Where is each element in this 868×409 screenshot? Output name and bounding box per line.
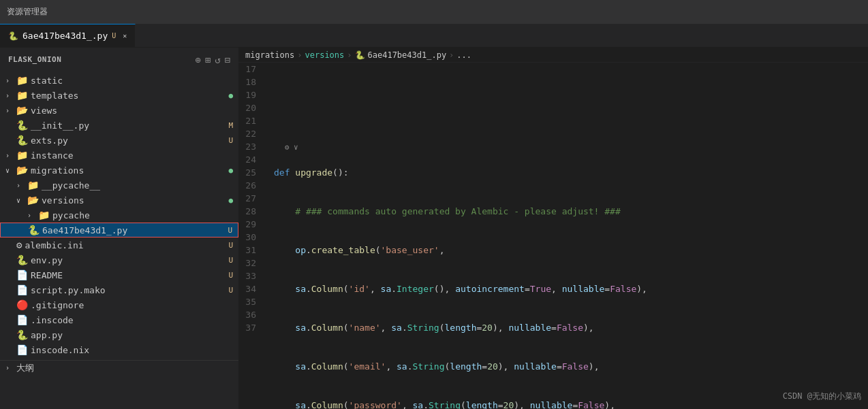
arrow-icon: › <box>16 182 27 189</box>
tree-label: templates <box>31 91 228 101</box>
tree-item-inscode-nix[interactable]: 📄 inscode.nix <box>0 342 238 357</box>
fold-icon[interactable]: ⚙ ∨ <box>285 141 298 154</box>
tree-item-outline[interactable]: › 大纲 <box>0 360 238 375</box>
code-line-17 <box>274 88 868 101</box>
tree-label: instance <box>31 150 238 161</box>
code-line-23: sa.Column('name', sa.String(length=20), … <box>274 321 868 334</box>
sidebar-content[interactable]: › 📁 static › 📁 templates ● › 📂 views 🐍 <box>0 71 238 409</box>
tree-label: app.py <box>31 330 238 340</box>
titlebar-text: 资源管理器 <box>7 6 48 18</box>
sidebar: FLASK_ONION ⊕ ⊞ ↺ ⊟ › 📁 static › 📁 templ… <box>0 48 238 409</box>
python-icon: 🐍 <box>28 225 40 235</box>
tree-label: versions <box>42 195 228 206</box>
tree-item-app[interactable]: 🐍 app.py <box>0 327 238 342</box>
breadcrumb-dots: ... <box>456 50 471 60</box>
tree-item-readme[interactable]: 📄 README U <box>0 267 238 282</box>
tree-item-alembic[interactable]: ⚙ alembic.ini U <box>0 238 238 252</box>
badge: ● <box>228 166 238 175</box>
new-folder-icon[interactable]: ⊞ <box>205 54 211 65</box>
sidebar-header: FLASK_ONION ⊕ ⊞ ↺ ⊟ <box>0 48 238 71</box>
tree-item-instance[interactable]: › 📁 instance <box>0 148 238 163</box>
tree-label: __init__.py <box>31 120 228 131</box>
tree-item-pycache[interactable]: › 📁 __pycache__ <box>0 178 238 193</box>
tree-label: .inscode <box>31 315 238 325</box>
sidebar-title: FLASK_ONION <box>8 55 61 64</box>
tree-label: .gitignore <box>31 300 238 310</box>
tree-item-migrations[interactable]: ∨ 📂 migrations ● <box>0 163 238 178</box>
code-line-19: def upgrade(): <box>274 166 868 179</box>
breadcrumb-file-icon: 🐍 <box>355 50 365 60</box>
tree-label: alembic.ini <box>25 240 228 250</box>
code-area[interactable]: 17 18 19 20 21 22 23 24 25 26 27 28 29 3… <box>238 63 868 409</box>
python-icon: 🐍 <box>16 120 28 131</box>
folder-icon: 📂 <box>16 165 28 176</box>
code-line-21: op.create_table('base_user', <box>274 244 868 257</box>
tree-label: README <box>31 270 228 280</box>
tree-item-static[interactable]: › 📁 static <box>0 73 238 88</box>
tree-label: __pycache__ <box>42 180 238 191</box>
modified-badge: U <box>228 271 238 280</box>
code-line-24: sa.Column('email', sa.String(length=20),… <box>274 360 868 373</box>
breadcrumb-migrations[interactable]: migrations <box>245 50 294 60</box>
tree-item-inscode[interactable]: 📄 .inscode <box>0 312 238 327</box>
file-icon: 📄 <box>16 314 28 325</box>
python-icon: 🐍 <box>16 135 28 146</box>
breadcrumb-bar: migrations › versions › 🐍 6ae417be43d1_.… <box>238 48 868 63</box>
folder-icon: 📁 <box>16 90 28 101</box>
gear-icon: ⚙ <box>16 240 22 250</box>
folder-icon: 📁 <box>16 150 28 161</box>
tree-label: exts.py <box>31 135 228 146</box>
titlebar: 资源管理器 <box>0 0 868 24</box>
tree-item-versions[interactable]: ∨ 📂 versions ● <box>0 193 238 208</box>
code-line-22: sa.Column('id', sa.Integer(), autoincrem… <box>274 282 868 295</box>
tab-modified-badge: U <box>112 32 116 39</box>
folder-icon: 📁 <box>27 180 39 191</box>
tree-item-gitignore[interactable]: 🔴 .gitignore <box>0 297 238 312</box>
tab-file[interactable]: 🐍 6ae417be43d1_.py U ✕ <box>0 24 136 47</box>
python-icon: 🐍 <box>16 329 28 340</box>
tab-close-button[interactable]: ✕ <box>123 32 127 39</box>
file-icon: 📄 <box>16 344 28 355</box>
tree-label: inscode.nix <box>31 345 238 355</box>
code-editor: migrations › versions › 🐍 6ae417be43d1_.… <box>238 48 868 409</box>
tree-label: 大纲 <box>16 362 238 374</box>
tree-item-migration-file[interactable]: 🐍 6ae417be43d1_.py U <box>0 223 238 238</box>
modified-badge: U <box>228 241 238 250</box>
breadcrumb-sep1: › <box>297 50 302 60</box>
tree-item-exts[interactable]: 🐍 exts.py U <box>0 133 238 148</box>
new-file-icon[interactable]: ⊕ <box>195 54 200 65</box>
tree-item-init[interactable]: 🐍 __init__.py M <box>0 118 238 133</box>
folder-icon: 📁 <box>38 210 50 220</box>
folder-icon: 📁 <box>16 75 28 86</box>
code-line-20: # ### commands auto generated by Alembic… <box>274 205 868 218</box>
tab-python-icon: 🐍 <box>8 31 18 41</box>
tab-label: 6ae417be43d1_.py <box>22 31 108 41</box>
tree-label: migrations <box>31 165 228 176</box>
tree-item-env[interactable]: 🐍 env.py U <box>0 252 238 267</box>
tree-item-script-mako[interactable]: 📄 script.py.mako U <box>0 282 238 297</box>
modified-badge: U <box>228 256 238 265</box>
arrow-icon: › <box>5 92 16 99</box>
tree-item-views[interactable]: › 📂 views <box>0 103 238 118</box>
arrow-icon: › <box>5 107 16 114</box>
breadcrumb-sep3: › <box>449 50 454 60</box>
tree-item-templates[interactable]: › 📁 templates ● <box>0 88 238 103</box>
folder-icon: 📂 <box>27 195 39 206</box>
arrow-icon: › <box>27 212 38 219</box>
tree-label: env.py <box>31 255 228 265</box>
file-icon: 📄 <box>16 269 28 280</box>
breadcrumb-file[interactable]: 6ae417be43d1_.py <box>368 50 447 60</box>
watermark: CSDN @无知的小菜鸡 <box>783 391 861 402</box>
tree-item-pycache2[interactable]: › 📁 pycache <box>0 208 238 223</box>
git-icon: 🔴 <box>16 299 28 310</box>
tab-bar: 🐍 6ae417be43d1_.py U ✕ <box>0 24 868 48</box>
badge: ● <box>228 91 238 100</box>
collapse-icon[interactable]: ⊟ <box>225 54 230 65</box>
arrow-expanded-icon: ∨ <box>16 197 27 204</box>
refresh-icon[interactable]: ↺ <box>215 54 220 65</box>
tree-label: 6ae417be43d1_.py <box>42 225 228 235</box>
breadcrumb-sep2: › <box>347 50 352 60</box>
tree-label: views <box>31 105 238 116</box>
modified-badge: U <box>228 226 238 235</box>
breadcrumb-versions[interactable]: versions <box>305 50 344 60</box>
